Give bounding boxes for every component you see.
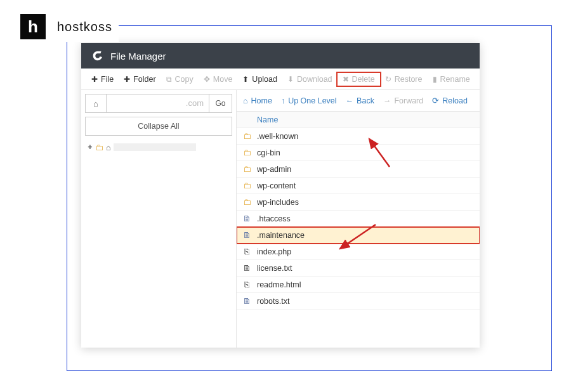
- folder-icon: 🗀: [95, 143, 103, 152]
- text-icon: 🗎: [242, 263, 252, 273]
- file-name: cgi-bin: [257, 148, 280, 157]
- download-icon: ⬇: [287, 75, 294, 83]
- home-icon: ⌂: [106, 143, 111, 152]
- home-icon: ⌂: [93, 99, 98, 108]
- file-row[interactable]: 🗎robots.txt: [237, 293, 480, 310]
- file-row[interactable]: 🗀cgi-bin: [237, 145, 480, 161]
- file-row[interactable]: 🗎license.txt: [237, 260, 480, 277]
- file-name: index.php: [257, 247, 291, 256]
- file-row[interactable]: ⎘readme.html: [237, 277, 480, 293]
- column-header-name[interactable]: Name: [237, 112, 480, 128]
- delete-button[interactable]: ✖ Delete: [338, 73, 380, 86]
- toolbar: ✚ File ✚ Folder ⧉ Copy ✥ Move ⬆ Upload ⬇…: [81, 69, 480, 90]
- go-button[interactable]: Go: [209, 94, 232, 113]
- code-icon: ⎘: [242, 280, 252, 289]
- nav-up-label: Up One Level: [288, 96, 336, 105]
- folder-icon: 🗀: [242, 181, 252, 190]
- nav-reload-label: Reload: [442, 96, 468, 105]
- file-name: .maintenance: [257, 231, 305, 240]
- restore-icon: ↻: [385, 75, 391, 83]
- nav-back-button[interactable]: ← Back: [346, 96, 374, 105]
- file-name: .htaccess: [257, 214, 291, 223]
- brand-name: hostkoss: [57, 20, 112, 34]
- file-manager-panel: File Manager ✚ File ✚ Folder ⧉ Copy ✥ Mo…: [81, 43, 480, 348]
- nav-row: ⌂ Home ↑ Up One Level ← Back → Forward ⟳: [237, 90, 480, 112]
- file-name: wp-admin: [257, 165, 291, 174]
- copy-button-label: Copy: [175, 75, 194, 84]
- forward-icon: →: [383, 96, 391, 105]
- expand-toggle[interactable]: +: [88, 143, 93, 152]
- path-row: ⌂ .com Go: [85, 94, 232, 113]
- collapse-all-button[interactable]: Collapse All: [85, 117, 232, 136]
- file-row[interactable]: 🗀wp-includes: [237, 194, 480, 211]
- folder-tree: + 🗀 ⌂: [85, 141, 232, 154]
- file-name: license.txt: [257, 264, 292, 273]
- nav-reload-button[interactable]: ⟳ Reload: [432, 96, 468, 105]
- path-input[interactable]: .com: [107, 94, 209, 113]
- restore-button-label: Restore: [395, 75, 423, 84]
- file-name: readme.html: [257, 280, 301, 289]
- move-button-label: Move: [213, 75, 233, 84]
- close-icon: ✖: [343, 75, 349, 83]
- restore-button[interactable]: ↻ Restore: [380, 72, 428, 86]
- file-row[interactable]: 🗀wp-admin: [237, 161, 480, 178]
- file-row[interactable]: ⎘index.php: [237, 244, 480, 260]
- folder-icon: 🗀: [242, 131, 252, 141]
- tree-root-label: [114, 143, 196, 151]
- cpanel-logo-icon: [90, 49, 104, 63]
- plus-icon: ✚: [91, 75, 98, 83]
- rename-button-label: Rename: [440, 75, 470, 84]
- file-name: .well-known: [257, 132, 298, 141]
- file-row[interactable]: 🗀.well-known: [237, 128, 480, 145]
- path-home-button[interactable]: ⌂: [85, 94, 107, 113]
- download-button[interactable]: ⬇ Download: [282, 72, 338, 86]
- rename-icon: ▮: [433, 75, 437, 83]
- nav-home-button[interactable]: ⌂ Home: [243, 96, 272, 105]
- file-name: wp-content: [257, 181, 296, 190]
- app-title: File Manager: [110, 51, 166, 62]
- download-button-label: Download: [297, 75, 332, 84]
- file-listing: Name 🗀.well-known🗀cgi-bin🗀wp-admin🗀wp-co…: [237, 112, 480, 348]
- file-row[interactable]: 🗎.maintenance: [237, 227, 480, 244]
- file-name: robots.txt: [257, 297, 289, 306]
- move-button[interactable]: ✥ Move: [199, 72, 238, 86]
- copy-button[interactable]: ⧉ Copy: [161, 72, 199, 86]
- reload-icon: ⟳: [432, 96, 439, 105]
- nav-back-label: Back: [357, 96, 374, 105]
- upload-icon: ⬆: [242, 75, 249, 83]
- folder-button[interactable]: ✚ Folder: [119, 72, 161, 86]
- main-pane: ⌂ Home ↑ Up One Level ← Back → Forward ⟳: [237, 90, 480, 348]
- file-row[interactable]: 🗀wp-content: [237, 178, 480, 194]
- back-icon: ←: [346, 96, 354, 105]
- tree-root-item[interactable]: + 🗀 ⌂: [88, 141, 232, 154]
- folder-button-label: Folder: [133, 75, 155, 84]
- rename-button[interactable]: ▮ Rename: [428, 72, 475, 86]
- nav-up-button[interactable]: ↑ Up One Level: [281, 96, 337, 105]
- sidebar: ⌂ .com Go Collapse All + 🗀 ⌂: [81, 90, 237, 348]
- doc-icon: 🗎: [242, 296, 252, 306]
- upload-button[interactable]: ⬆ Upload: [237, 72, 282, 86]
- nav-forward-button[interactable]: → Forward: [383, 96, 423, 105]
- move-icon: ✥: [204, 75, 210, 83]
- brand-bar: h hostkoss: [18, 11, 119, 42]
- file-button[interactable]: ✚ File: [86, 72, 119, 86]
- plus-icon: ✚: [124, 75, 130, 83]
- folder-icon: 🗀: [242, 197, 252, 207]
- file-button-label: File: [101, 75, 114, 84]
- upload-button-label: Upload: [252, 75, 277, 84]
- doc-icon: 🗎: [242, 214, 252, 223]
- doc-icon: 🗎: [242, 230, 252, 240]
- nav-home-label: Home: [251, 96, 272, 105]
- delete-button-label: Delete: [352, 75, 375, 84]
- content-row: ⌂ .com Go Collapse All + 🗀 ⌂ ⌂ Home: [81, 90, 480, 348]
- titlebar: File Manager: [81, 43, 480, 69]
- folder-icon: 🗀: [242, 148, 252, 157]
- up-icon: ↑: [281, 96, 285, 105]
- folder-icon: 🗀: [242, 164, 252, 174]
- file-row[interactable]: 🗎.htaccess: [237, 211, 480, 227]
- copy-icon: ⧉: [166, 75, 172, 83]
- brand-logo: h: [20, 14, 46, 39]
- file-name: wp-includes: [257, 198, 299, 207]
- code-icon: ⎘: [242, 247, 252, 256]
- nav-forward-label: Forward: [394, 96, 423, 105]
